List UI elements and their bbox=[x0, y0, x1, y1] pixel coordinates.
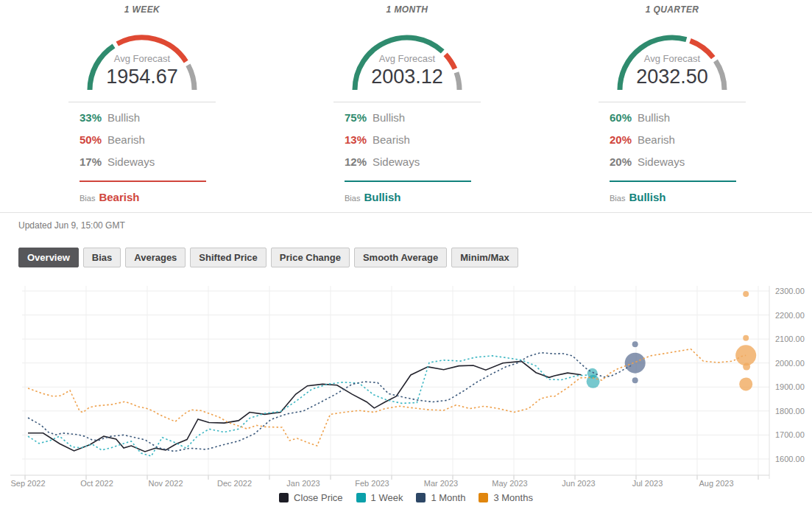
x-axis-label: Jan 2023 bbox=[286, 479, 319, 488]
x-axis-label: Mar 2023 bbox=[424, 479, 458, 488]
tab-price-change[interactable]: Price Change bbox=[271, 248, 350, 267]
bearish-pct: 20% bbox=[610, 133, 638, 146]
forecast-chart: 2300.002200.002100.002000.001900.001800.… bbox=[0, 283, 812, 515]
tab-minim-max[interactable]: Minim/Max bbox=[451, 248, 518, 267]
sideways-row: 17%Sideways bbox=[80, 155, 216, 178]
series-1-month bbox=[28, 353, 632, 452]
x-axis-label: Aug 2023 bbox=[699, 479, 733, 488]
series-close-price bbox=[28, 361, 582, 452]
forecast-panels: 1 WEEK Avg Forecast 1954.67 33%Bullish 5… bbox=[0, 4, 812, 203]
bias-label: Bias bbox=[610, 194, 625, 203]
forecast-bubble-1-month bbox=[625, 353, 646, 374]
forecast-bubble-1-week bbox=[587, 375, 600, 388]
legend-1-week[interactable]: 1 Week bbox=[356, 492, 403, 503]
bullish-row: 33%Bullish bbox=[80, 111, 216, 133]
x-axis-label: Jul 2023 bbox=[632, 479, 663, 488]
bullish-row: 75%Bullish bbox=[345, 111, 481, 133]
avg-forecast-label: Avg Forecast bbox=[599, 53, 746, 64]
bias-label: Bias bbox=[345, 194, 360, 203]
sideways-label: Sideways bbox=[373, 155, 420, 168]
y-axis-tick: 2200.00 bbox=[775, 311, 805, 320]
bearish-label: Bearish bbox=[373, 133, 410, 146]
sideways-label: Sideways bbox=[107, 155, 155, 168]
bearish-label: Bearish bbox=[638, 133, 675, 146]
three-months-swatch bbox=[479, 493, 488, 502]
bullish-pct: 33% bbox=[80, 111, 107, 124]
y-axis-tick: 1900.00 bbox=[775, 382, 805, 391]
gauge-1-quarter: Avg Forecast 2032.50 bbox=[599, 18, 746, 96]
x-axis-label: Sep 2022 bbox=[10, 479, 45, 488]
panel-title: 1 WEEK bbox=[68, 4, 216, 15]
tab-bias[interactable]: Bias bbox=[83, 248, 121, 267]
bullish-pct: 60% bbox=[610, 111, 638, 124]
close-price-swatch bbox=[279, 493, 289, 502]
forecast-bubble-1-month bbox=[632, 377, 638, 383]
legend-3-months[interactable]: 3 Months bbox=[479, 492, 532, 503]
bearish-row: 13%Bearish bbox=[345, 133, 481, 155]
chart-legend: Close Price 1 Week 1 Month 3 Months bbox=[0, 492, 812, 503]
tab-smooth-average[interactable]: Smooth Average bbox=[354, 248, 447, 267]
bullish-pct: 75% bbox=[345, 111, 373, 124]
bearish-pct: 50% bbox=[80, 133, 107, 146]
x-axis-label: Nov 2022 bbox=[148, 479, 183, 488]
one-month-swatch bbox=[416, 493, 426, 502]
bearish-row: 50%Bearish bbox=[80, 133, 216, 155]
chart-canvas: 2300.002200.002100.002000.001900.001800.… bbox=[0, 283, 812, 515]
legend-label: 1 Month bbox=[431, 492, 465, 503]
x-axis-label: Feb 2023 bbox=[355, 479, 389, 488]
y-axis-tick: 2300.00 bbox=[775, 287, 805, 295]
legend-1-month[interactable]: 1 Month bbox=[416, 492, 465, 503]
forecast-bubble-3-months bbox=[735, 345, 756, 365]
sideways-row: 12%Sideways bbox=[345, 155, 481, 178]
forecast-bubble-3-months bbox=[743, 363, 750, 371]
avg-forecast-label: Avg Forecast bbox=[333, 53, 481, 64]
bullish-label: Bullish bbox=[373, 111, 405, 124]
legend-close-price[interactable]: Close Price bbox=[279, 492, 342, 503]
forecast-bubble-3-months bbox=[743, 335, 749, 341]
one-week-swatch bbox=[356, 493, 366, 502]
x-axis-label: Jun 2023 bbox=[562, 479, 595, 488]
avg-forecast-value: 1954.67 bbox=[68, 66, 216, 88]
y-axis-tick: 1700.00 bbox=[775, 430, 805, 439]
sideways-pct: 17% bbox=[80, 155, 107, 168]
updated-timestamp: Updated Jun 9, 15:00 GMT bbox=[18, 220, 125, 231]
legend-label: Close Price bbox=[294, 492, 342, 503]
bullish-row: 60%Bullish bbox=[610, 111, 746, 133]
y-axis-tick: 2000.00 bbox=[775, 359, 805, 368]
tab-overview[interactable]: Overview bbox=[18, 248, 79, 267]
tab-averages[interactable]: Averages bbox=[125, 248, 186, 267]
legend-label: 1 Week bbox=[371, 492, 403, 503]
sideways-row: 20%Sideways bbox=[610, 155, 746, 178]
bias-row: BiasBearish bbox=[68, 182, 216, 203]
x-axis-label: Dec 2022 bbox=[217, 479, 252, 488]
forecast-panel-1-quarter: 1 QUARTER Avg Forecast 2032.50 60%Bullis… bbox=[599, 4, 746, 203]
y-axis-tick: 1800.00 bbox=[775, 407, 805, 416]
y-axis-tick: 2100.00 bbox=[775, 334, 805, 343]
bias-row: BiasBullish bbox=[333, 182, 481, 203]
avg-forecast-value: 2032.50 bbox=[599, 66, 746, 88]
bias-value: Bullish bbox=[364, 191, 400, 203]
avg-forecast-value: 2003.12 bbox=[333, 66, 481, 88]
x-axis-label: May 2023 bbox=[492, 479, 527, 488]
forecast-bubble-3-months bbox=[739, 377, 752, 390]
bias-label: Bias bbox=[80, 194, 95, 203]
tab-shifted-price[interactable]: Shifted Price bbox=[190, 248, 266, 267]
x-axis-label: Oct 2022 bbox=[80, 479, 113, 488]
bearish-row: 20%Bearish bbox=[610, 133, 746, 155]
forecast-panel-1-month: 1 MONTH Avg Forecast 2003.12 75%Bullish … bbox=[333, 4, 481, 203]
y-axis-tick: 1600.00 bbox=[775, 455, 805, 463]
panel-title: 1 QUARTER bbox=[599, 4, 746, 15]
bias-value: Bullish bbox=[629, 191, 666, 203]
series-1-week bbox=[28, 356, 587, 456]
bearish-pct: 13% bbox=[345, 133, 373, 146]
avg-forecast-label: Avg Forecast bbox=[68, 53, 216, 64]
legend-label: 3 Months bbox=[493, 492, 532, 503]
bias-row: BiasBullish bbox=[599, 182, 746, 203]
forecast-bubble-3-months bbox=[743, 291, 749, 297]
bias-value: Bearish bbox=[99, 191, 139, 203]
bearish-label: Bearish bbox=[107, 133, 145, 146]
bullish-label: Bullish bbox=[638, 111, 670, 124]
sideways-pct: 20% bbox=[610, 155, 638, 168]
forecast-panel-1-week: 1 WEEK Avg Forecast 1954.67 33%Bullish 5… bbox=[68, 4, 216, 203]
panel-title: 1 MONTH bbox=[333, 4, 481, 15]
